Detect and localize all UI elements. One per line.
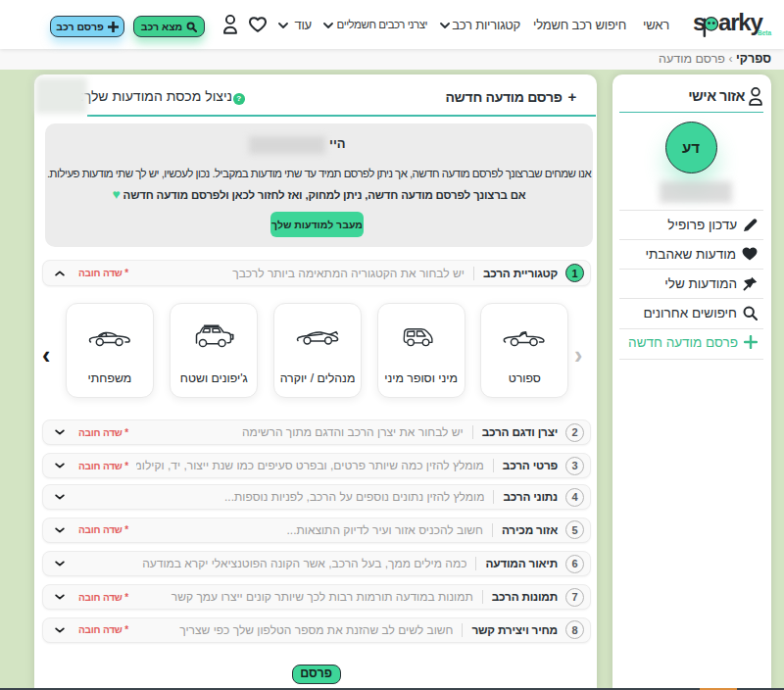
svg-text:Beta: Beta bbox=[758, 29, 771, 36]
